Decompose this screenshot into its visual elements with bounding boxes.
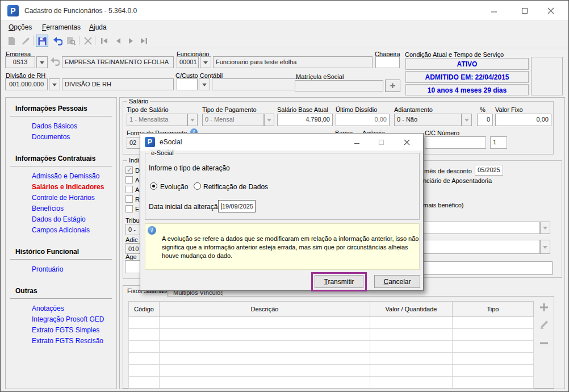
- divisao-name-field[interactable]: DIVISÃO DE RH: [62, 78, 174, 90]
- sidebar-item-prontuario[interactable]: Prontuário: [6, 264, 116, 275]
- salario-base-field[interactable]: 4.798,00: [277, 114, 333, 126]
- nav-next-button[interactable]: [125, 35, 137, 47]
- nav-previous-button[interactable]: [112, 35, 124, 47]
- add-row-button[interactable]: [539, 302, 549, 312]
- edit-record-button[interactable]: [19, 35, 32, 47]
- matricula-field[interactable]: [295, 80, 383, 91]
- maximize-icon: [378, 139, 384, 145]
- indicador-checkbox[interactable]: [125, 205, 133, 212]
- indicador-checkbox[interactable]: [125, 176, 133, 184]
- dialog-close-button[interactable]: [394, 134, 419, 151]
- sidebar-item-campos-adicionais[interactable]: Campos Adicionais: [6, 225, 116, 236]
- dropdown-button[interactable]: [540, 222, 550, 234]
- empresa-dropdown-button[interactable]: [36, 56, 48, 68]
- funcionario-dropdown-button[interactable]: [200, 56, 211, 68]
- adiantamento-dropdown-button[interactable]: [462, 114, 472, 126]
- ccusto-dropdown-button[interactable]: [199, 78, 210, 90]
- tipo-pagamento-dropdown-button[interactable]: [264, 114, 274, 126]
- ultimo-dissidio-field[interactable]: 0,00: [336, 114, 390, 126]
- table-row[interactable]: [129, 341, 534, 353]
- dropdown-button[interactable]: [540, 240, 550, 254]
- new-document-icon: [7, 36, 16, 45]
- tipo-salario-dropdown-button[interactable]: [187, 114, 198, 126]
- radio-retificacao[interactable]: [194, 182, 201, 190]
- sidebar-item-anotacoes[interactable]: Anotações: [6, 303, 116, 314]
- indicador-checkbox[interactable]: [125, 166, 133, 174]
- remove-row-button[interactable]: [539, 338, 549, 348]
- tipo-salario-combo[interactable]: 1 - Mensalista: [127, 114, 187, 126]
- cc-digito-field[interactable]: 1: [490, 136, 507, 149]
- dialog-logo-icon: P: [145, 137, 155, 147]
- date-field[interactable]: 19/09/2025: [218, 200, 256, 212]
- radio-evolucao-label[interactable]: Evolução: [160, 183, 188, 191]
- sidebar-item-dados-basicos[interactable]: Dados Básicos: [6, 121, 116, 132]
- beneficio-label: mais benéfico): [423, 202, 464, 208]
- table-row[interactable]: [129, 317, 534, 329]
- sidebar-item-controle-horarios[interactable]: Controle de Horários: [6, 193, 116, 203]
- column-codigo[interactable]: Código: [129, 302, 160, 317]
- toolbar-separator: [79, 36, 80, 45]
- close-button[interactable]: [538, 1, 563, 21]
- sidebar-item-documentos[interactable]: Documentos: [6, 132, 116, 143]
- percent-field[interactable]: 0: [477, 114, 493, 126]
- dialog-minimize-button[interactable]: [344, 134, 369, 151]
- column-descricao[interactable]: Descrição: [160, 302, 370, 317]
- edit-row-button[interactable]: [539, 319, 549, 330]
- column-tipo[interactable]: Tipo: [453, 302, 534, 317]
- adiantamento-combo[interactable]: 0 - Não: [394, 114, 462, 126]
- table-body: [129, 317, 534, 389]
- divisao-code-field[interactable]: 001.000.000: [5, 78, 48, 90]
- nav-first-button[interactable]: [98, 35, 111, 47]
- sidebar-item-dados-estagio[interactable]: Dados do Estágio: [6, 214, 116, 225]
- maximize-button[interactable]: [512, 1, 537, 21]
- delete-record-button[interactable]: [82, 35, 94, 47]
- column-valor-quantidade[interactable]: Valor / Quantidade: [370, 302, 453, 317]
- new-record-button[interactable]: [5, 35, 18, 47]
- sidebar-item-extrato-fgts-simples[interactable]: Extrato FGTS Simples: [6, 325, 116, 336]
- table-header-row: Código Descrição Valor / Quantidade Tipo: [129, 302, 534, 317]
- undo-button[interactable]: [51, 35, 64, 47]
- empresa-name-field[interactable]: EMPRESA TREINAMENTO EFOLHA: [62, 56, 174, 68]
- menu-ajuda[interactable]: Ajuda: [89, 23, 107, 31]
- menu-opcoes[interactable]: Opções: [9, 23, 32, 31]
- sidebar-item-admissao-demissao[interactable]: Admissão e Demissão: [6, 171, 116, 182]
- sidebar-item-integracao-ged[interactable]: Integração Prosoft GED: [6, 314, 116, 325]
- observacao-field[interactable]: [423, 261, 553, 275]
- chapeira-field[interactable]: [375, 56, 400, 68]
- nav-last-button[interactable]: [137, 35, 150, 47]
- sidebar-item-salarios-indicadores[interactable]: Salários e Indicadores: [6, 182, 116, 193]
- valor-fixo-field[interactable]: 0,00: [495, 114, 551, 126]
- funcionario-code-field[interactable]: 00001: [177, 56, 199, 68]
- sidebar-item-beneficios[interactable]: Benefícios: [6, 203, 116, 214]
- empresa-code-field[interactable]: 0S13: [5, 56, 35, 68]
- save-record-button[interactable]: [36, 35, 48, 47]
- sidebar-section-outras: Outras Anotações Integração Prosoft GED …: [6, 285, 116, 347]
- menu-ferramentas[interactable]: Ferramentas: [42, 23, 81, 31]
- empresa-undo-button[interactable]: [49, 57, 61, 68]
- aposentadoria-combo-2[interactable]: [423, 240, 540, 254]
- dialog-maximize-button[interactable]: [369, 134, 394, 151]
- cancel-button[interactable]: Cancelar: [374, 275, 420, 288]
- aposentadoria-combo-1[interactable]: [423, 222, 540, 234]
- minimize-button[interactable]: [481, 1, 507, 21]
- table-row[interactable]: [129, 365, 534, 377]
- table-row[interactable]: [129, 329, 534, 341]
- print-preview-button[interactable]: [65, 35, 77, 47]
- tipo-pagamento-combo[interactable]: 0 - Mensal: [202, 114, 264, 126]
- cc-numero-field[interactable]: [425, 136, 486, 149]
- mes-desconto-field[interactable]: 05/2025: [475, 165, 503, 176]
- radio-evolucao[interactable]: [150, 182, 157, 190]
- ccusto-code-field[interactable]: [177, 78, 198, 90]
- matricula-add-button[interactable]: +: [385, 80, 400, 92]
- indicador-label: D: [135, 167, 140, 174]
- table-row[interactable]: [129, 353, 534, 365]
- pencil-icon: [539, 320, 549, 329]
- indicador-checkbox[interactable]: [125, 186, 133, 193]
- funcionario-name-field[interactable]: Funcionario para teste efolha: [213, 56, 373, 68]
- sidebar-item-extrato-fgts-rescisao[interactable]: Extrato FGTS Rescisão: [6, 336, 116, 347]
- divisao-dropdown-button[interactable]: [49, 78, 60, 90]
- indicador-checkbox[interactable]: [125, 195, 133, 203]
- table-row[interactable]: [129, 377, 534, 389]
- radio-retificacao-label[interactable]: Retificação de Dados: [203, 183, 268, 191]
- cc-numero-label: C/C Número: [425, 130, 459, 136]
